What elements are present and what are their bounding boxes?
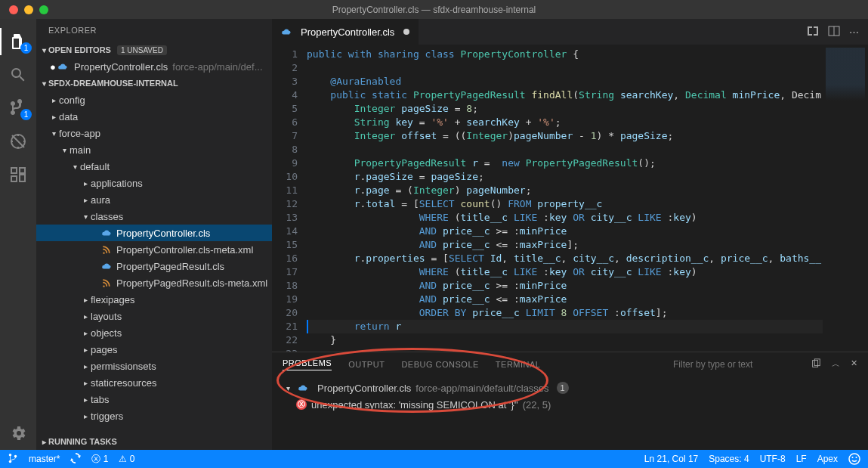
tree-twisty: ▸ xyxy=(80,395,91,404)
status-warnings[interactable]: ⚠ 0 xyxy=(119,454,134,464)
tree-node[interactable]: PropertyController.cls xyxy=(36,225,272,241)
explorer-sidebar: EXPLORER ▾ OPEN EDITORS 1 UNSAVED ● Prop… xyxy=(36,19,272,450)
sync-icon[interactable] xyxy=(70,453,81,466)
apex-file-icon xyxy=(101,228,112,238)
editor-tab[interactable]: PropertyController.cls xyxy=(272,19,419,45)
tree-node[interactable]: PropertyPagedResult.cls xyxy=(36,258,272,274)
feedback-icon[interactable] xyxy=(848,453,860,465)
tree-twisty: ▾ xyxy=(80,212,91,221)
minimap[interactable] xyxy=(823,45,868,352)
code-content[interactable]: public with sharing class PropertyContro… xyxy=(307,45,823,352)
compare-changes-icon[interactable] xyxy=(807,25,819,39)
tree-node[interactable]: ▸triggers xyxy=(36,408,272,424)
chevron-down-icon: ▾ xyxy=(283,384,293,392)
status-lncol[interactable]: Ln 21, Col 17 xyxy=(644,454,698,464)
tree-twisty: ▸ xyxy=(80,379,91,387)
tree-node[interactable]: ▸layouts xyxy=(36,308,272,324)
open-editor-file[interactable]: ● PropertyController.cls force-app/main/… xyxy=(36,58,272,75)
open-editors-section[interactable]: ▾ OPEN EDITORS 1 UNSAVED xyxy=(36,42,272,58)
editor-body[interactable]: 1234567891011121314151617181920212223 pu… xyxy=(272,45,868,352)
problem-item[interactable]: ⓧ unexpected syntax: 'missing SEMICOLON … xyxy=(283,396,857,413)
tree-twisty: ▸ xyxy=(80,329,91,337)
chevron-down-icon: ▾ xyxy=(39,79,48,88)
status-spaces[interactable]: Spaces: 4 xyxy=(709,454,749,464)
debug-icon[interactable] xyxy=(0,125,36,158)
tree-node[interactable]: ▸pages xyxy=(36,341,272,358)
status-branch[interactable]: master* xyxy=(29,454,60,464)
error-icon: ⓧ xyxy=(296,399,307,410)
xml-file-icon xyxy=(101,277,112,288)
bottom-panel: PROBLEMS OUTPUT DEBUG CONSOLE TERMINAL ︿… xyxy=(272,352,868,450)
problems-tab[interactable]: PROBLEMS xyxy=(283,358,332,370)
status-bar: master* ⓧ 1 ⚠ 0 Ln 21, Col 17 Spaces: 4 … xyxy=(0,450,868,468)
tree-node[interactable]: ▾default xyxy=(36,158,272,175)
tree-node[interactable]: ▾force-app xyxy=(36,125,272,141)
running-tasks-section[interactable]: ▸ RUNNING TASKS xyxy=(36,433,272,450)
tree-node[interactable]: ▾classes xyxy=(36,208,272,225)
tree-twisty: ▸ xyxy=(80,196,91,204)
problem-file-group[interactable]: ▾ PropertyController.cls force-app/main/… xyxy=(283,380,857,396)
branch-icon[interactable] xyxy=(8,453,18,466)
svg-point-5 xyxy=(9,453,12,456)
close-window-icon[interactable] xyxy=(9,5,18,14)
svg-point-7 xyxy=(14,454,17,457)
copy-icon[interactable] xyxy=(811,358,821,370)
svg-point-9 xyxy=(852,457,854,458)
tree-node[interactable]: ▸aura xyxy=(36,191,272,208)
maximize-window-icon[interactable] xyxy=(39,5,48,14)
line-gutter: 1234567891011121314151617181920212223 xyxy=(272,45,307,352)
tree-node[interactable]: ▸data xyxy=(36,108,272,125)
output-tab[interactable]: OUTPUT xyxy=(348,360,385,369)
titlebar: PropertyController.cls — sfdx-dreamhouse… xyxy=(0,0,868,19)
tree-twisty: ▸ xyxy=(80,346,91,354)
panel-filter-input[interactable] xyxy=(673,359,794,370)
window-title: PropertyController.cls — sfdx-dreamhouse… xyxy=(332,5,536,15)
modified-dot: ● xyxy=(50,61,57,73)
explorer-header: EXPLORER xyxy=(36,19,272,42)
apex-file-icon xyxy=(101,261,112,271)
window-controls xyxy=(0,5,48,14)
split-editor-icon[interactable] xyxy=(828,25,840,39)
status-lang[interactable]: Apex xyxy=(817,454,838,464)
extensions-icon[interactable] xyxy=(0,158,36,191)
tree-node[interactable]: ▸staticresources xyxy=(36,374,272,391)
tree-node[interactable]: ▸permissionsets xyxy=(36,358,272,374)
tree-twisty: ▸ xyxy=(80,296,91,304)
minimize-window-icon[interactable] xyxy=(24,5,33,14)
tree-node[interactable]: PropertyController.cls-meta.xml xyxy=(36,241,272,258)
debug-console-tab[interactable]: DEBUG CONSOLE xyxy=(401,360,478,369)
chevron-down-icon: ▾ xyxy=(39,46,48,54)
more-actions-icon[interactable]: ⋯ xyxy=(849,26,859,38)
svg-point-10 xyxy=(856,457,857,458)
xml-file-icon xyxy=(101,244,112,255)
collapse-panel-icon[interactable]: ︿ xyxy=(832,358,840,370)
status-encoding[interactable]: UTF-8 xyxy=(760,454,786,464)
close-panel-icon[interactable]: ✕ xyxy=(851,358,857,370)
search-icon[interactable] xyxy=(0,58,36,91)
tree-twisty: ▾ xyxy=(59,146,70,154)
project-section[interactable]: ▾ SFDX-DREAMHOUSE-INTERNAL xyxy=(36,75,272,91)
tree-node[interactable]: ▸objects xyxy=(36,324,272,341)
explorer-badge: 1 xyxy=(20,42,32,54)
tree-node[interactable]: ▸config xyxy=(36,91,272,108)
explorer-icon[interactable]: 1 xyxy=(0,25,36,58)
editor-tabs: PropertyController.cls ⋯ xyxy=(272,19,868,45)
tree-node[interactable]: ▾main xyxy=(36,141,272,158)
tree-node[interactable]: ▸tabs xyxy=(36,391,272,408)
tree-node[interactable]: ▸applications xyxy=(36,175,272,191)
status-eol[interactable]: LF xyxy=(796,454,807,464)
tab-actions: ⋯ xyxy=(807,19,868,45)
terminal-tab[interactable]: TERMINAL xyxy=(496,360,541,369)
tree-twisty: ▾ xyxy=(48,129,59,138)
settings-gear-icon[interactable] xyxy=(0,417,36,450)
status-errors[interactable]: ⓧ 1 xyxy=(91,453,108,466)
source-control-icon[interactable]: 1 xyxy=(0,91,36,125)
apex-file-icon xyxy=(298,383,308,393)
tree-node[interactable]: PropertyPagedResult.cls-meta.xml xyxy=(36,274,272,291)
tree-twisty: ▸ xyxy=(48,113,59,121)
dirty-indicator xyxy=(403,29,409,35)
tree-node[interactable]: ▸flexipages xyxy=(36,291,272,308)
editor-area: PropertyController.cls ⋯ 123456789101112… xyxy=(272,19,868,450)
tree-twisty: ▾ xyxy=(70,163,80,171)
activity-bar: 1 1 xyxy=(0,19,36,450)
